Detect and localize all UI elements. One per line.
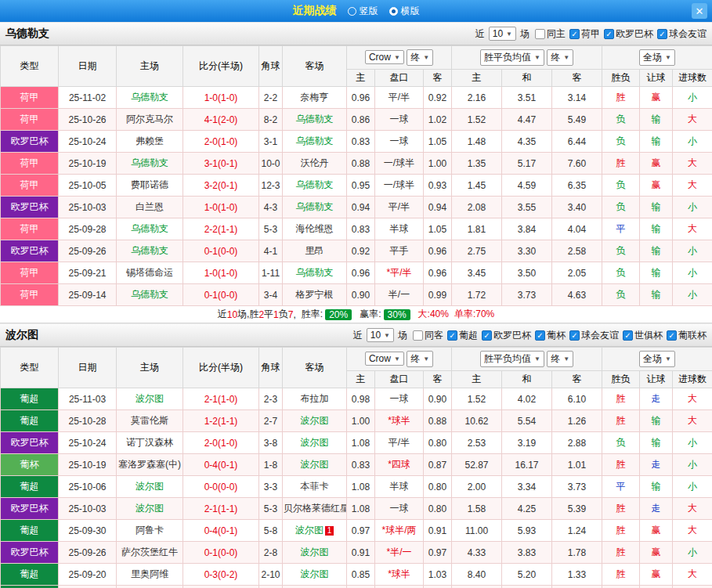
avg-away: 1.24 bbox=[552, 520, 602, 542]
corner-score: 5-8 bbox=[259, 520, 283, 542]
match-score: 1-0(1-0) bbox=[183, 87, 259, 109]
home-team: 波尔图 bbox=[117, 586, 183, 588]
home-team: 阿鲁卡 bbox=[117, 520, 183, 542]
filter-checkbox-荷甲[interactable]: ✓荷甲 bbox=[569, 27, 600, 41]
home-team: 乌德勒支 bbox=[117, 87, 183, 109]
odds-final-select[interactable]: 终▼ bbox=[407, 49, 433, 66]
match-date: 25-09-14 bbox=[59, 284, 117, 306]
away-team: 海伦维恩 bbox=[283, 218, 347, 240]
handicap-result: 输 bbox=[640, 432, 673, 454]
corner-score: 2-2 bbox=[259, 87, 283, 109]
filter-checkbox-同客[interactable]: 同客 bbox=[413, 329, 443, 342]
avg-home: 1.72 bbox=[452, 284, 502, 306]
result: 胜 bbox=[602, 454, 640, 476]
match-score: 2-2(1-1) bbox=[183, 218, 259, 240]
odds-company-select[interactable]: Crow▼ bbox=[365, 352, 404, 366]
win-rate-label: 胜率: bbox=[302, 308, 323, 321]
filter-checkbox-欧罗巴杯[interactable]: ✓欧罗巴杯 bbox=[482, 329, 531, 342]
odds-away: 1.05 bbox=[424, 131, 452, 153]
match-date: 25-09-26 bbox=[59, 542, 117, 564]
odds-away: 1.05 bbox=[424, 218, 452, 240]
goals-result: 大 bbox=[673, 410, 712, 432]
checkbox-checked-icon: ✓ bbox=[447, 330, 457, 341]
avg-draw: 3.84 bbox=[502, 218, 552, 240]
filter-checkbox-同主[interactable]: 同主 bbox=[535, 27, 566, 41]
filter-checkbox-世俱杯[interactable]: ✓世俱杯 bbox=[623, 329, 663, 342]
filter-checkbox-欧罗巴杯[interactable]: ✓欧罗巴杯 bbox=[604, 27, 653, 41]
horizontal-layout-radio[interactable]: 横版 bbox=[389, 5, 420, 18]
handicap: 一球 bbox=[375, 498, 424, 520]
near-count-select[interactable]: 10 ▼ bbox=[367, 328, 394, 342]
odds-home: 0.95 bbox=[347, 586, 375, 588]
odds-away: 0.91 bbox=[424, 520, 452, 542]
corner-score: 4-1 bbox=[259, 240, 283, 262]
col-date: 日期 bbox=[59, 46, 117, 87]
goals-result: 大 bbox=[673, 498, 712, 520]
filter-checkbox-葡超[interactable]: ✓葡超 bbox=[447, 329, 478, 342]
checkbox-checked-icon: ✓ bbox=[604, 29, 614, 39]
corner-score: 2-8 bbox=[259, 542, 283, 564]
col-avg-away: 客 bbox=[552, 371, 602, 388]
col-handicap: 盘口 bbox=[375, 371, 424, 388]
corner-score: 3-3 bbox=[259, 476, 283, 498]
odds-away: 0.92 bbox=[424, 87, 452, 109]
avg-draw: 16.17 bbox=[502, 454, 552, 476]
filter-checkbox-球会友谊[interactable]: ✓球会友谊 bbox=[569, 329, 619, 342]
avg-home: 1.52 bbox=[452, 109, 502, 131]
avg-type-select[interactable]: 胜平负均值▼ bbox=[480, 351, 544, 367]
match-score: 0-3(0-2) bbox=[183, 564, 259, 586]
col-home: 主场 bbox=[117, 348, 183, 388]
odds-away: 1.03 bbox=[424, 564, 452, 586]
odds-header-cell: Crow▼ 终▼ bbox=[347, 46, 452, 70]
handicap-result: 赢 bbox=[640, 542, 673, 564]
odds-home: 0.92 bbox=[347, 240, 375, 262]
filter-checkbox-球会友谊[interactable]: ✓球会友谊 bbox=[657, 27, 707, 41]
result: 负 bbox=[602, 432, 640, 454]
handicap-result: 输 bbox=[640, 218, 673, 240]
avg-final-select[interactable]: 终▼ bbox=[547, 351, 573, 367]
away-team: 里昂 bbox=[283, 240, 347, 262]
away-team: 波尔图 bbox=[283, 454, 347, 476]
odds-company-select[interactable]: Crow▼ bbox=[365, 50, 404, 64]
handicap: 一/球半 bbox=[375, 175, 424, 197]
avg-draw: 3.51 bbox=[502, 87, 552, 109]
avg-away: 1.26 bbox=[552, 410, 602, 432]
home-team: 莫雷伦斯 bbox=[117, 410, 183, 432]
avg-home: 2.00 bbox=[452, 476, 502, 498]
near-count-select[interactable]: 10 ▼ bbox=[489, 27, 516, 41]
home-team: 塞洛罗森塞(中) bbox=[117, 454, 183, 476]
avg-type-select[interactable]: 胜平负均值▼ bbox=[480, 49, 544, 66]
avg-draw: 3.55 bbox=[502, 197, 552, 218]
col-avg-home: 主 bbox=[452, 70, 502, 87]
result: 平 bbox=[602, 476, 640, 498]
avg-home: 8.40 bbox=[452, 564, 502, 586]
odds-home: 0.95 bbox=[347, 175, 375, 197]
filter-checkbox-葡杯[interactable]: ✓葡杯 bbox=[535, 329, 566, 342]
filter-label: 葡联杯 bbox=[678, 329, 707, 342]
corner-score: 3-4 bbox=[259, 284, 283, 306]
filter-checkbox-葡联杯[interactable]: ✓葡联杯 bbox=[667, 329, 707, 342]
avg-home: 11.00 bbox=[452, 520, 502, 542]
scope-select[interactable]: 全场▼ bbox=[639, 351, 675, 367]
avg-away: 1.78 bbox=[552, 542, 602, 564]
col-avg-away: 客 bbox=[552, 70, 602, 87]
page-title: 近期战绩 bbox=[293, 4, 337, 18]
close-button[interactable]: ✕ bbox=[692, 3, 707, 19]
avg-draw: 5.17 bbox=[502, 153, 552, 175]
match-score: 1-0(1-0) bbox=[183, 262, 259, 284]
result: 负 bbox=[602, 131, 640, 153]
avg-home: 1.58 bbox=[452, 498, 502, 520]
filter-label: 欧罗巴杯 bbox=[616, 27, 653, 41]
avg-away: 4.63 bbox=[552, 284, 602, 306]
checkbox-checked-icon: ✓ bbox=[569, 29, 580, 39]
avg-draw: 5.54 bbox=[502, 410, 552, 432]
avg-final-select[interactable]: 终▼ bbox=[547, 49, 573, 66]
home-team: 阿尔克马尔 bbox=[117, 109, 183, 131]
scope-select[interactable]: 全场▼ bbox=[639, 49, 675, 66]
odds-final-select[interactable]: 终▼ bbox=[407, 351, 433, 367]
handicap: *平/半 bbox=[375, 262, 424, 284]
match-date: 25-09-26 bbox=[59, 240, 117, 262]
vertical-layout-radio[interactable]: 竖版 bbox=[348, 5, 378, 18]
odds-away: 0.90 bbox=[424, 388, 452, 410]
result: 胜 bbox=[602, 586, 640, 588]
